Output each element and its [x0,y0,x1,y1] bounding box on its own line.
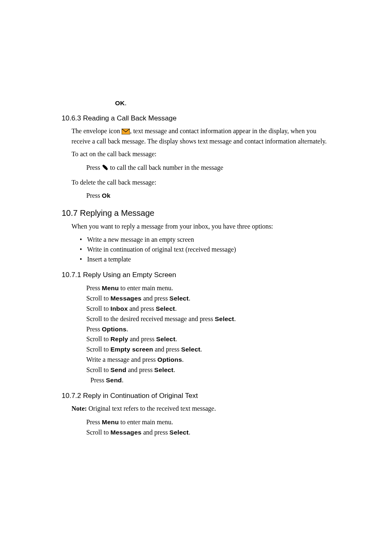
envelope-icon [122,128,130,137]
paragraph-envelope: The envelope icon , text message and con… [62,127,330,146]
heading-10-7-2: 10.7.2 Reply in Continuation of Original… [62,392,330,400]
delete-intro: To delete the call back message: [62,178,330,187]
act-intro: To act on the call back message: [62,150,330,159]
reply-options-list: Write a new message in an empty screen W… [62,235,330,264]
step-line: Scroll to Inbox and press Select. [62,304,330,314]
act-step: Press to call the call back number in th… [62,163,330,174]
ok-label: OK [115,99,125,106]
heading-10-7: 10.7 Replying a Message [62,208,330,218]
reply-intro: When you want to reply a message from yo… [62,222,330,231]
steps-10-7-2: Press Menu to enter main menu. Scroll to… [62,417,330,438]
step-line: Press Menu to enter main menu. [62,283,330,294]
note-label: Note: [71,405,87,412]
heading-10-6-3: 10.6.3 Reading a Call Back Message [62,114,330,123]
step-line-indent: Press Send. [62,375,330,386]
step-line: Scroll to Empty screen and press Select. [62,345,330,355]
step-line: Write a message and press Options. [62,355,330,365]
step-line: Press Options. [62,324,330,335]
ok-label-inline: Ok [102,192,111,199]
step-line: Scroll to Messages and press Select. [62,428,330,438]
note-line: Note: Original text refers to the receiv… [62,404,330,413]
step-line: Scroll to Reply and press Select. [62,334,330,345]
list-item: Insert a template [80,254,330,264]
call-icon [102,164,108,174]
list-item: Write in continuation of original text (… [80,245,330,254]
step-line: Scroll to the desired received message a… [62,314,330,324]
page: OK. 10.6.3 Reading a Call Back Message T… [0,0,392,555]
step-line: Press Menu to enter main menu. [62,417,330,428]
step-line: Scroll to Send and press Select. [62,365,330,375]
list-item: Write a new message in an empty screen [80,235,330,245]
step-line: Scroll to Messages and press Select. [62,294,330,304]
heading-10-7-1: 10.7.1 Reply Using an Empty Screen [62,271,330,279]
orphan-ok-line: OK. [62,99,330,108]
steps-10-7-1: Press Menu to enter main menu. Scroll to… [62,283,330,385]
delete-step: Press Ok [62,191,330,201]
